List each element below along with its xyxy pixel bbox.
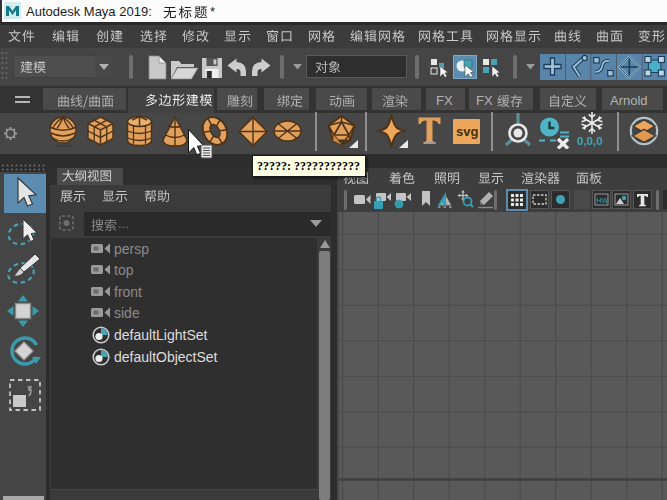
svg-text:HW: HW: [597, 197, 609, 204]
svg-text:0,0,0: 0,0,0: [577, 135, 603, 147]
